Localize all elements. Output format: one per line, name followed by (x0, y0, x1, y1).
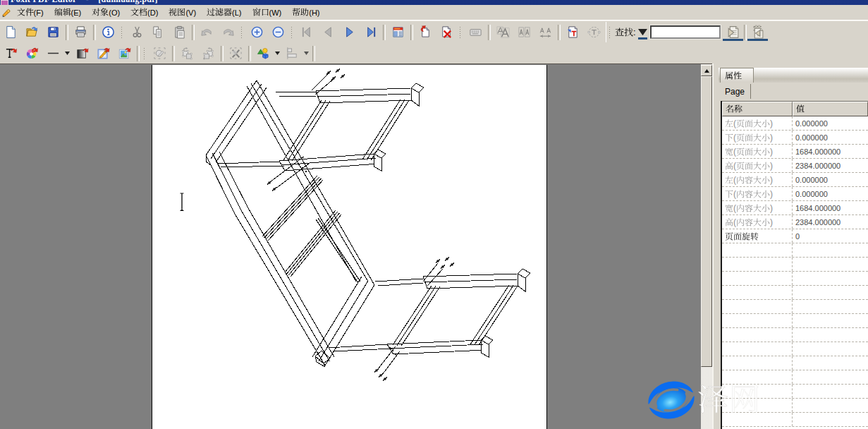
undo-icon (200, 25, 214, 39)
toolbar-grip[interactable] (291, 25, 293, 40)
cut-button[interactable] (126, 24, 147, 41)
font-size-button[interactable] (492, 24, 513, 41)
new-document-button[interactable] (0, 24, 21, 41)
toolbar-grip[interactable] (240, 25, 243, 40)
property-name: () (722, 159, 793, 172)
document-canvas[interactable] (0, 64, 701, 429)
rotate-right-button[interactable] (197, 45, 219, 62)
align-objects-arrow-icon[interactable] (302, 45, 310, 62)
text-color-button[interactable] (21, 45, 42, 62)
find-previous-button[interactable] (723, 23, 742, 42)
property-row[interactable]: ()2384.000000 (722, 159, 868, 173)
insert-shape-arrow-icon[interactable] (274, 45, 281, 62)
column-header-name[interactable] (722, 102, 793, 116)
scroll-up-button[interactable] (701, 65, 712, 76)
line-style-button[interactable] (42, 45, 63, 62)
first-page-button[interactable] (296, 24, 317, 41)
toolbar-separator (312, 46, 315, 61)
next-page-icon (343, 25, 356, 39)
toolbar-grip[interactable] (121, 25, 123, 40)
character-kerning-button[interactable] (513, 24, 534, 41)
menu-view[interactable]: (V) (164, 6, 202, 19)
undo-button[interactable] (196, 24, 217, 41)
edit-object-button[interactable] (92, 45, 114, 62)
edit-object-icon (97, 47, 110, 60)
edit-selection-button[interactable] (149, 45, 170, 62)
print-button[interactable] (70, 24, 91, 41)
app-menu-icon[interactable] (1, 8, 11, 18)
menu-filter[interactable]: (L) (202, 6, 247, 19)
page-thumbnails-button[interactable] (387, 24, 408, 41)
toolbar-grip[interactable] (459, 25, 462, 40)
previous-page-button[interactable] (317, 24, 338, 41)
line-style-arrow-icon[interactable] (63, 45, 71, 62)
delete-page-button[interactable] (436, 24, 457, 41)
menu-edit[interactable]: (E) (49, 6, 87, 19)
rotate-right-icon (202, 47, 215, 60)
find-input[interactable] (650, 25, 721, 39)
toolbar-separator (488, 25, 491, 40)
scrollbar-thumb[interactable] (701, 76, 712, 367)
menu-file[interactable]: (F) (11, 6, 49, 19)
menu-object[interactable]: (O) (87, 6, 126, 19)
toolbar-grip[interactable] (609, 25, 611, 40)
property-value: 2384.000000 (793, 159, 868, 172)
property-row[interactable]: ()0.000000 (722, 173, 868, 187)
document-info-button[interactable] (97, 24, 118, 41)
property-value: 0.000000 (793, 116, 868, 130)
tab-page[interactable]: Page (720, 84, 751, 99)
copy-button[interactable] (147, 24, 169, 41)
property-row[interactable]: ()1684.000000 (722, 201, 868, 215)
property-name: () (722, 187, 793, 200)
shading-button[interactable] (71, 45, 92, 62)
zoom-out-button[interactable] (267, 24, 288, 41)
virtual-keyboard-button[interactable] (465, 24, 486, 41)
property-row[interactable]: ()0.000000 (722, 187, 868, 201)
menu-document[interactable]: (D) (126, 6, 164, 19)
toolbar-separator (66, 25, 68, 40)
delete-object-button[interactable] (225, 45, 246, 62)
property-row-empty (722, 342, 868, 356)
new-document-icon (4, 25, 18, 39)
character-spacing-button[interactable] (534, 24, 556, 41)
menu-window[interactable]: (W) (247, 6, 287, 19)
add-image-button[interactable] (114, 45, 135, 62)
panel-title-tab[interactable] (720, 68, 754, 83)
open-document-button[interactable] (21, 24, 42, 41)
save-document-button[interactable] (42, 24, 63, 41)
insert-text-button[interactable] (562, 24, 583, 41)
toolbar-standard: : (0, 20, 868, 44)
title-bar: Foxit PDF Editor - [dunhuang.pdf] (0, 0, 868, 5)
rotate-left-button[interactable] (176, 45, 197, 62)
redo-button[interactable] (217, 24, 238, 41)
property-name: () (722, 215, 793, 229)
find-toolbar: : (606, 22, 767, 42)
property-row[interactable]: ()1684.000000 (722, 145, 868, 159)
rotate-page-button[interactable] (415, 24, 436, 41)
menu-help[interactable]: (H) (287, 6, 325, 19)
toolbar-grip[interactable] (143, 47, 146, 61)
find-history-dropdown[interactable] (638, 25, 647, 40)
property-row[interactable]: 0 (722, 229, 868, 243)
zoom-in-button[interactable] (246, 24, 267, 41)
edit-selection-icon (153, 47, 166, 60)
zoom-in-icon (250, 25, 264, 39)
toolbar-separator (383, 25, 386, 40)
column-header-value[interactable] (793, 102, 868, 116)
insert-shape-button[interactable] (252, 45, 274, 62)
toolbar-separator (221, 46, 224, 61)
vertical-scrollbar[interactable] (701, 64, 712, 429)
property-name: () (722, 173, 793, 186)
add-text-button[interactable] (0, 45, 21, 62)
property-row-empty (722, 413, 868, 427)
align-objects-button[interactable] (281, 45, 302, 62)
next-page-button[interactable] (338, 24, 360, 41)
property-row[interactable]: ()2384.000000 (722, 215, 868, 229)
paste-button[interactable] (169, 24, 190, 41)
property-row[interactable]: ()0.000000 (722, 131, 868, 145)
find-next-button[interactable] (748, 23, 767, 42)
last-page-button[interactable] (360, 24, 381, 41)
rotate-left-icon (181, 47, 194, 60)
text-outline-button[interactable] (583, 24, 604, 41)
property-row[interactable]: ()0.000000 (722, 116, 868, 131)
